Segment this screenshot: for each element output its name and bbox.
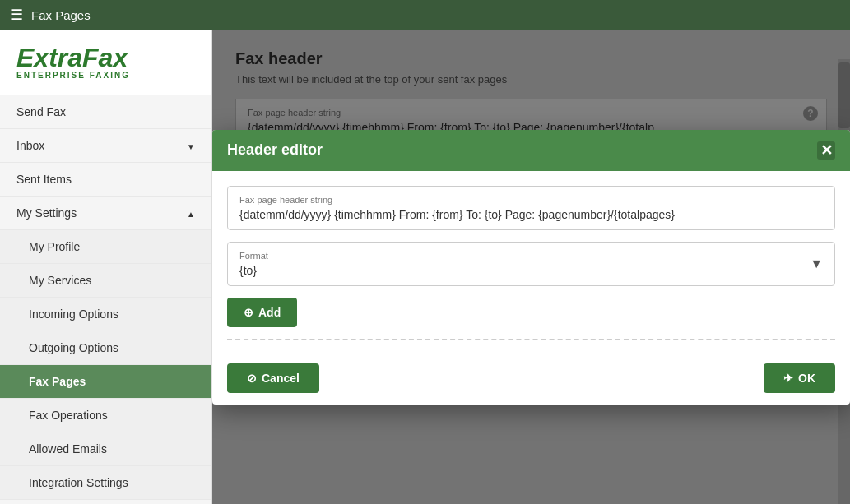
cancel-icon: ⊘ (247, 372, 257, 385)
sidebar-label-my-profile: My Profile (29, 240, 80, 253)
sidebar-logo: ExtraFax ENTERPRISE FAXING (0, 30, 211, 95)
modal-title: Header editor (227, 141, 323, 159)
modal-header: Header editor ✕ (212, 130, 850, 171)
modal-close-button[interactable]: ✕ (817, 141, 835, 160)
sidebar-item-my-services[interactable]: My Services (0, 264, 211, 298)
top-bar-title: Fax Pages (31, 8, 91, 22)
modal-header-field[interactable]: Fax page header string {datemm/dd/yyyy} … (227, 186, 835, 230)
sidebar-label-fax-pages: Fax Pages (29, 375, 86, 388)
sidebar-group-my-settings[interactable]: My Settings (0, 197, 211, 230)
modal-divider (227, 339, 835, 340)
sidebar-item-fax-operations[interactable]: Fax Operations (0, 399, 211, 432)
sidebar-label-allowed-emails: Allowed Emails (29, 442, 107, 455)
sidebar-item-inbox[interactable]: Inbox (0, 129, 211, 163)
sidebar-label-outgoing-options: Outgoing Options (29, 341, 118, 354)
sidebar-label-inbox: Inbox (16, 139, 44, 152)
add-button[interactable]: ⊕ Add (227, 298, 297, 327)
modal-body: Fax page header string {datemm/dd/yyyy} … (212, 171, 850, 340)
cancel-button-label: Cancel (262, 372, 300, 385)
cancel-button[interactable]: ⊘ Cancel (227, 363, 319, 393)
sidebar-item-my-profile[interactable]: My Profile (0, 230, 211, 264)
ok-icon: ✈ (783, 372, 793, 385)
sidebar-item-integration-settings[interactable]: Integration Settings (0, 466, 211, 500)
chevron-up-icon (187, 206, 195, 220)
sidebar-item-allowed-emails[interactable]: Allowed Emails (0, 432, 211, 466)
header-editor-modal: Header editor ✕ Fax page header string {… (212, 130, 850, 405)
top-bar: ☰ Fax Pages (0, 0, 850, 30)
ok-button[interactable]: ✈ OK (764, 363, 835, 393)
sidebar-item-fax-pages[interactable]: Fax Pages (0, 365, 211, 399)
modal-header-field-value: {datemm/dd/yyyy} {timehhmm} From: {from}… (239, 208, 823, 221)
modal-format-field[interactable]: Format {to} ▼ (227, 242, 835, 286)
sidebar-item-sent-items[interactable]: Sent Items (0, 163, 211, 197)
modal-header-field-label: Fax page header string (239, 195, 823, 205)
chevron-down-icon: ▼ (810, 257, 823, 271)
sidebar-label-fax-operations: Fax Operations (29, 409, 108, 422)
plus-icon: ⊕ (244, 306, 253, 319)
modal-format-value: {to} (239, 264, 810, 277)
sidebar-label-incoming-options: Incoming Options (29, 307, 118, 321)
sidebar-label-my-settings: My Settings (16, 206, 77, 220)
sidebar-label-my-services: My Services (29, 274, 91, 287)
sidebar-label-sent-items: Sent Items (16, 173, 72, 186)
modal-format-label: Format (239, 251, 810, 261)
sidebar-label-integration-settings: Integration Settings (29, 476, 128, 489)
main-content: Fax header This text will be included at… (212, 30, 850, 504)
sidebar-item-send-fax[interactable]: Send Fax (0, 95, 211, 129)
sidebar: ExtraFax ENTERPRISE FAXING Send Fax Inbo… (0, 30, 212, 504)
ok-button-label: OK (798, 372, 815, 385)
hamburger-icon[interactable]: ☰ (10, 6, 23, 24)
modal-overlay: Header editor ✕ Fax page header string {… (212, 30, 850, 504)
sidebar-item-outgoing-options[interactable]: Outgoing Options (0, 331, 211, 365)
sidebar-item-incoming-options[interactable]: Incoming Options (0, 298, 211, 331)
add-button-label: Add (258, 306, 281, 319)
modal-footer: ⊘ Cancel ✈ OK (212, 352, 850, 405)
logo-main: ExtraFax (16, 44, 195, 71)
chevron-down-icon (187, 139, 195, 152)
logo-sub: ENTERPRISE FAXING (16, 71, 195, 80)
sidebar-label-send-fax: Send Fax (16, 105, 66, 118)
